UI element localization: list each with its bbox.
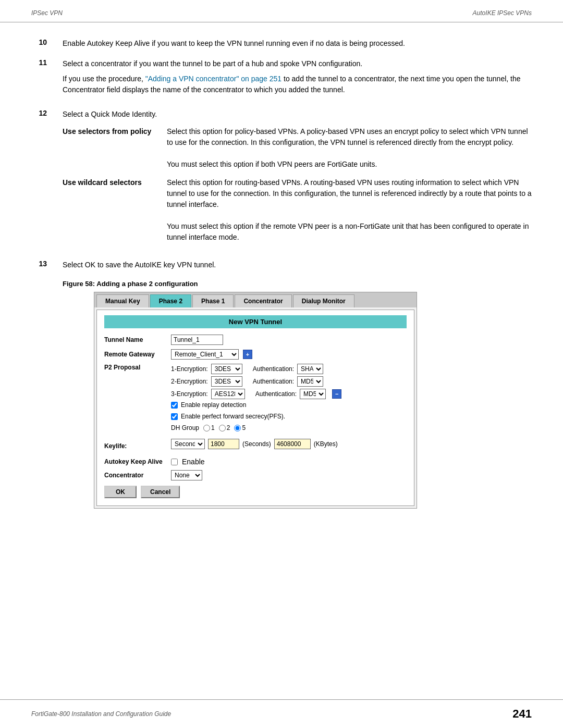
page-number: 241 [512,707,532,721]
keylife-seconds-input[interactable] [274,439,311,449]
pfs-row: Enable perfect forward secrecy(PFS). [171,413,341,420]
replay-detection-row: Enable replay detection [171,401,341,409]
page-header: IPSec VPN AutoIKE IPSec VPNs [0,0,563,22]
vpn-ui: Manual Key Phase 2 Phase 1 Concentrator … [94,292,417,509]
figure-section: Figure 58: Adding a phase 2 configuratio… [63,280,532,509]
step-number-12: 12 [31,109,47,250]
step-number-11: 11 [31,58,47,100]
step-11: 11 Select a concentrator if you want the… [31,58,532,100]
dh-5-radio[interactable] [234,425,241,431]
header-left: IPSec VPN [31,9,63,17]
step-content-13: Select OK to save the AutoIKE key VPN tu… [63,260,532,270]
desc-selectors-from-policy: Select this option for policy-based VPNs… [167,126,532,170]
auth-3-label: Authentication: [255,390,297,398]
step-10-text: Enable Autokey Keep Alive if you want to… [63,39,405,47]
dh-1-label: 1 [203,424,215,431]
pfs-checkbox[interactable] [171,413,178,420]
page-container: IPSec VPN AutoIKE IPSec VPNs 10 Enable A… [0,0,563,728]
tab-phase-1[interactable]: Phase 1 [192,294,234,307]
cancel-button[interactable]: Cancel [141,486,180,498]
tab-manual-key[interactable]: Manual Key [96,294,149,307]
p2-proposal-row: P2 Proposal 1-Encryption: 3DES Authentic… [104,364,407,435]
form-panel: New VPN Tunnel Tunnel Name Remote Gatewa… [96,310,414,506]
proposal-row-3: 3-Encryption: AES128 Authentication: MD5… [171,389,341,399]
keylife-seconds-label: (Seconds) [242,440,271,448]
keylife-inputs: Seconds (Seconds) (KBytes) [171,439,338,449]
page-footer: FortiGate-800 Installation and Configura… [0,699,563,728]
auth-1-select[interactable]: SHA1 [297,364,323,374]
auth-3-select[interactable]: MD5 [300,389,326,399]
keylife-row: Keylife: Seconds (Seconds) (KBytes) [104,439,407,453]
definition-table: Use selectors from policy Select this op… [63,126,532,243]
step-number-10: 10 [31,38,47,49]
desc-wildcard-selectors: Select this option for routing-based VPN… [167,177,532,243]
autokey-enable-label: Enable [182,458,205,466]
tab-concentrator[interactable]: Concentrator [235,294,291,307]
concentrator-link[interactable]: "Adding a VPN concentrator" on page 251 [145,75,282,83]
pfs-label: Enable perfect forward secrecy(PFS). [181,413,285,420]
remote-gateway-label: Remote Gateway [104,351,167,358]
step-content-10: Enable Autokey Keep Alive if you want to… [63,38,532,49]
proposal-1-prefix: 1-Encryption: [171,365,208,373]
dh-group-label: DH Group [171,424,199,431]
enc-3-select[interactable]: AES128 [211,389,245,399]
figure-caption: Figure 58: Adding a phase 2 configuratio… [63,280,532,288]
auth-2-label: Authentication: [253,378,294,385]
enc-1-select[interactable]: 3DES [211,364,242,374]
step-13: 13 Select OK to save the AutoIKE key VPN… [31,260,532,270]
step-11-text: Select a concentrator if you want the tu… [63,58,532,69]
step-12: 12 Select a Quick Mode Identity. Use sel… [31,109,532,250]
p2-proposal-label: P2 Proposal [104,364,167,371]
concentrator-label: Concentrator [104,472,167,479]
main-content: 10 Enable Autokey Keep Alive if you want… [0,22,563,540]
step-11-note: If you use the procedure, "Adding a VPN … [63,73,532,95]
tab-phase-2[interactable]: Phase 2 [150,294,191,307]
proposal-3-prefix: 3-Encryption: [171,390,208,398]
concentrator-select[interactable]: None [171,470,202,480]
autokey-checkbox[interactable] [171,459,178,465]
p2-proposal-section: 1-Encryption: 3DES Authentication: SHA1 [171,364,341,435]
header-right: AutoIKE IPSec VPNs [473,9,532,17]
concentrator-row: Concentrator None [104,470,407,480]
keylife-label: Keylife: [104,442,167,450]
ok-button[interactable]: OK [104,486,137,498]
term-wildcard-selectors: Use wildcard selectors [63,177,156,243]
enc-2-select[interactable]: 3DES [211,376,242,387]
step-13-text: Select OK to save the AutoIKE key VPN tu… [63,261,216,269]
step-number-13: 13 [31,260,47,270]
keylife-unit-select[interactable]: Seconds [171,439,205,449]
replay-detection-label: Enable replay detection [181,401,246,409]
tunnel-name-row: Tunnel Name [104,335,407,345]
remove-proposal-button[interactable]: − [332,389,341,399]
proposal-row-2: 2-Encryption: 3DES Authentication: MD5 [171,376,341,387]
tunnel-name-label: Tunnel Name [104,336,167,343]
step-content-11: Select a concentrator if you want the tu… [63,58,532,100]
proposal-row-1: 1-Encryption: 3DES Authentication: SHA1 [171,364,341,374]
step-12-text: Select a Quick Mode Identity. [63,109,532,120]
keylife-kbytes-label: (KBytes) [314,440,338,448]
term-selectors-from-policy: Use selectors from policy [63,126,156,170]
tab-dialup-monitor[interactable]: Dialup Monitor [293,294,354,307]
dh-2-label: 2 [219,424,230,431]
dh-2-radio[interactable] [219,425,226,431]
definition-row-2: Use wildcard selectors Select this optio… [63,177,532,243]
replay-detection-checkbox[interactable] [171,402,178,409]
auth-1-label: Authentication: [253,365,294,373]
form-title-bar: New VPN Tunnel [104,315,407,328]
tunnel-name-input[interactable] [171,335,223,345]
remote-gateway-select[interactable]: Remote_Client_1 [171,349,239,360]
keylife-value-input[interactable] [208,439,239,449]
autokey-label: Autokey Keep Alive [104,458,167,465]
dh-5-label: 5 [234,424,246,431]
dh-group-row: DH Group 1 2 5 [171,424,341,431]
remote-gateway-row: Remote Gateway Remote_Client_1 + [104,349,407,360]
definition-row-1: Use selectors from policy Select this op… [63,126,532,170]
auth-2-select[interactable]: MD5 [297,376,323,387]
proposal-2-prefix: 2-Encryption: [171,378,208,385]
dh-1-radio[interactable] [203,425,210,431]
add-remote-gateway-button[interactable]: + [243,350,252,359]
footer-left: FortiGate-800 Installation and Configura… [31,710,171,718]
autokey-row: Autokey Keep Alive Enable [104,458,407,466]
step-10: 10 Enable Autokey Keep Alive if you want… [31,38,532,49]
tabs-row: Manual Key Phase 2 Phase 1 Concentrator … [94,292,417,307]
